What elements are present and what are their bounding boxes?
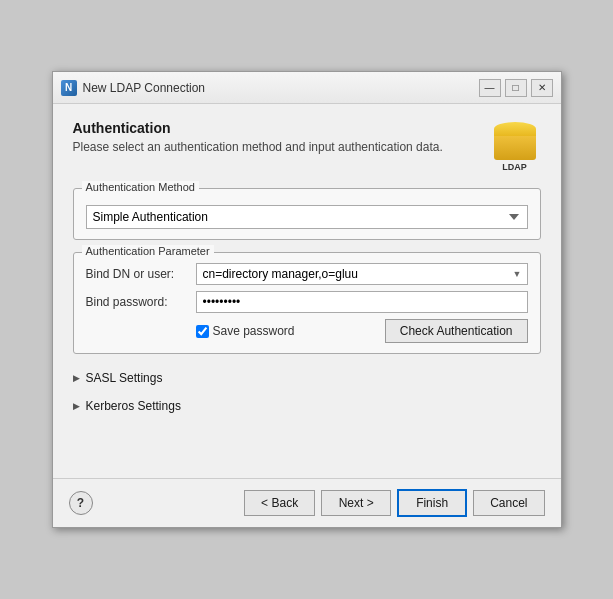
auth-method-legend: Authentication Method bbox=[82, 181, 199, 193]
auth-param-group: Authentication Parameter Bind DN or user… bbox=[73, 252, 541, 354]
kerberos-settings-toggle[interactable]: ▶ Kerberos Settings bbox=[73, 394, 541, 418]
sasl-expand-arrow: ▶ bbox=[73, 373, 80, 383]
back-button[interactable]: < Back bbox=[244, 490, 315, 516]
window-title: New LDAP Connection bbox=[83, 81, 479, 95]
sasl-settings-label: SASL Settings bbox=[86, 371, 163, 385]
auth-method-select[interactable]: Simple Authentication Anonymous SASL bbox=[86, 205, 528, 229]
auth-method-group: Authentication Method Simple Authenticat… bbox=[73, 188, 541, 240]
save-password-text: Save password bbox=[213, 324, 295, 338]
bind-dn-row: Bind DN or user: bbox=[86, 263, 528, 285]
kerberos-expand-arrow: ▶ bbox=[73, 401, 80, 411]
ldap-label: LDAP bbox=[502, 162, 527, 172]
help-button[interactable]: ? bbox=[69, 491, 93, 515]
next-button[interactable]: Next > bbox=[321, 490, 391, 516]
sasl-settings-section: ▶ SASL Settings bbox=[73, 366, 541, 390]
bottom-bar: ? < Back Next > Finish Cancel bbox=[53, 478, 561, 527]
cancel-button[interactable]: Cancel bbox=[473, 490, 544, 516]
ldap-icon: LDAP bbox=[489, 120, 541, 172]
save-password-row: Save password Check Authentication bbox=[86, 319, 528, 343]
bind-dn-input[interactable] bbox=[196, 263, 528, 285]
finish-button[interactable]: Finish bbox=[397, 489, 467, 517]
auth-param-legend: Authentication Parameter bbox=[82, 245, 214, 257]
dialog-content: Authentication Please select an authenti… bbox=[53, 104, 561, 438]
save-password-checkbox[interactable] bbox=[196, 325, 209, 338]
bind-password-label: Bind password: bbox=[86, 295, 196, 309]
kerberos-settings-label: Kerberos Settings bbox=[86, 399, 181, 413]
ldap-barrel-top bbox=[494, 122, 536, 136]
kerberos-settings-section: ▶ Kerberos Settings bbox=[73, 394, 541, 418]
page-title: Authentication bbox=[73, 120, 443, 136]
page-header: Authentication Please select an authenti… bbox=[73, 120, 541, 172]
maximize-button[interactable]: □ bbox=[505, 79, 527, 97]
dialog-window: N New LDAP Connection — □ ✕ Authenticati… bbox=[52, 71, 562, 528]
title-bar: N New LDAP Connection — □ ✕ bbox=[53, 72, 561, 104]
window-controls: — □ ✕ bbox=[479, 79, 553, 97]
sasl-settings-toggle[interactable]: ▶ SASL Settings bbox=[73, 366, 541, 390]
save-password-label[interactable]: Save password bbox=[196, 324, 295, 338]
bind-dn-input-wrapper bbox=[196, 263, 528, 285]
ldap-barrel-icon bbox=[494, 130, 536, 160]
page-description: Please select an authentication method a… bbox=[73, 140, 443, 154]
minimize-button[interactable]: — bbox=[479, 79, 501, 97]
bind-dn-label: Bind DN or user: bbox=[86, 267, 196, 281]
auth-method-field: Simple Authentication Anonymous SASL bbox=[86, 205, 528, 229]
check-authentication-button[interactable]: Check Authentication bbox=[385, 319, 528, 343]
window-icon: N bbox=[61, 80, 77, 96]
close-button[interactable]: ✕ bbox=[531, 79, 553, 97]
bind-password-input[interactable] bbox=[196, 291, 528, 313]
bind-password-row: Bind password: bbox=[86, 291, 528, 313]
page-title-area: Authentication Please select an authenti… bbox=[73, 120, 443, 154]
